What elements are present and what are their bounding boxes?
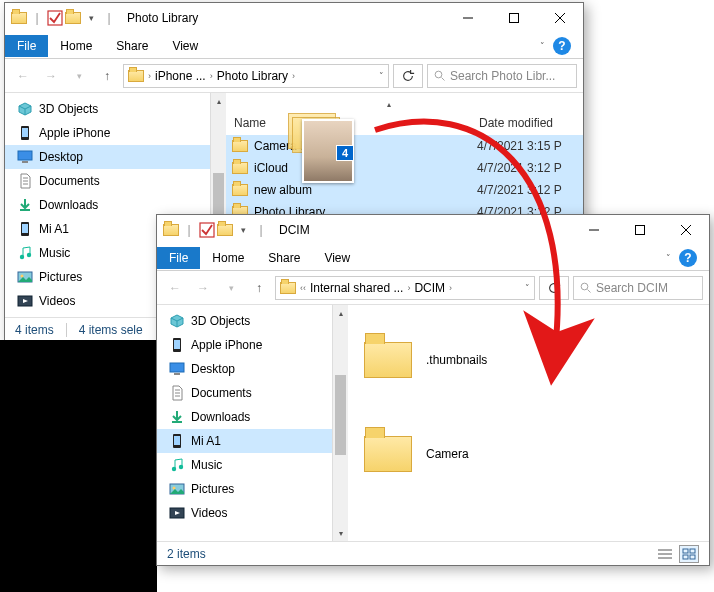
chevron-right-icon[interactable]: ›	[210, 71, 213, 81]
sidebar-item-videos[interactable]: Videos	[157, 501, 332, 525]
recent-locations-button[interactable]: ▾	[67, 64, 91, 88]
sidebar-item-desktop[interactable]: Desktop	[157, 357, 332, 381]
refresh-button[interactable]	[539, 276, 569, 300]
tab-view[interactable]: View	[312, 247, 362, 269]
sidebar-item-label: Apple iPhone	[191, 338, 262, 352]
folder-item-camera[interactable]: Camera	[358, 409, 491, 499]
svg-rect-22	[174, 436, 180, 445]
pictures-icon	[17, 269, 33, 285]
chevron-left-icon[interactable]: ‹‹	[300, 283, 306, 293]
phone-icon	[17, 221, 33, 237]
file-name: new album	[254, 183, 312, 197]
chevron-down-icon[interactable]: ˅	[525, 283, 530, 293]
chevron-right-icon[interactable]: ›	[407, 283, 410, 293]
chevron-right-icon[interactable]: ›	[148, 71, 151, 81]
up-button[interactable]: ↑	[95, 64, 119, 88]
scroll-up-button[interactable]: ▴	[333, 305, 348, 321]
file-row[interactable]: new album 4/7/2021 3:12 P	[226, 179, 583, 201]
file-row[interactable]: Camera Roll 4/7/2021 3:15 P	[226, 135, 583, 157]
sidebar-scrollbar[interactable]: ▴ ▾	[332, 305, 348, 541]
sidebar-item-documents[interactable]: Documents	[5, 169, 210, 193]
help-icon[interactable]: ?	[679, 249, 697, 267]
file-icon-view[interactable]: .thumbnails Camera	[348, 305, 709, 541]
search-input[interactable]: Search Photo Libr...	[427, 64, 577, 88]
sidebar-item-apple-iphone[interactable]: Apple iPhone	[5, 121, 210, 145]
downloads-icon	[169, 409, 185, 425]
tab-view[interactable]: View	[160, 35, 210, 57]
forward-button[interactable]: →	[191, 276, 215, 300]
close-button[interactable]	[537, 3, 583, 33]
sidebar-item-label: Desktop	[191, 362, 235, 376]
music-icon	[17, 245, 33, 261]
breadcrumb-segment[interactable]: DCIM	[414, 281, 445, 295]
refresh-button[interactable]	[393, 64, 423, 88]
address-bar: ← → ▾ ↑ › iPhone ... › Photo Library › ˅…	[5, 59, 583, 93]
file-date: 4/7/2021 3:12 P	[477, 161, 562, 175]
close-button[interactable]	[663, 215, 709, 245]
titlebar[interactable]: | ▾ | DCIM	[157, 215, 709, 245]
forward-button[interactable]: →	[39, 64, 63, 88]
chevron-down-icon[interactable]: ˅	[666, 253, 671, 263]
qat-dropdown-icon[interactable]: ▾	[83, 10, 99, 26]
titlebar[interactable]: | ▾ | Photo Library	[5, 3, 583, 33]
scroll-down-button[interactable]: ▾	[333, 525, 348, 541]
up-button[interactable]: ↑	[247, 276, 271, 300]
breadcrumb[interactable]: ‹‹ Internal shared ... › DCIM › ˅	[275, 276, 535, 300]
qat-dropdown-icon[interactable]: ▾	[235, 222, 251, 238]
videos-icon	[169, 505, 185, 521]
minimize-button[interactable]	[571, 215, 617, 245]
sidebar-item-pictures[interactable]: Pictures	[157, 477, 332, 501]
sidebar-item-apple-iphone[interactable]: Apple iPhone	[157, 333, 332, 357]
tab-share[interactable]: Share	[104, 35, 160, 57]
breadcrumb[interactable]: › iPhone ... › Photo Library › ˅	[123, 64, 389, 88]
chevron-down-icon[interactable]: ˅	[540, 41, 545, 51]
breadcrumb-segment[interactable]: Internal shared ...	[310, 281, 403, 295]
folder-icon	[280, 280, 296, 296]
minimize-button[interactable]	[445, 3, 491, 33]
column-name-label[interactable]: Name	[226, 114, 471, 132]
sidebar-item-3d-objects[interactable]: 3D Objects	[5, 97, 210, 121]
chevron-down-icon[interactable]: ˅	[379, 71, 384, 81]
folder-label: .thumbnails	[422, 353, 491, 367]
sidebar-item-label: Downloads	[191, 410, 250, 424]
file-row[interactable]: iCloud 4/7/2021 3:12 P	[226, 157, 583, 179]
folder-icon	[232, 162, 248, 174]
tab-share[interactable]: Share	[256, 247, 312, 269]
chevron-right-icon[interactable]: ›	[292, 71, 295, 81]
view-details-button[interactable]	[655, 545, 675, 563]
sidebar-item-documents[interactable]: Documents	[157, 381, 332, 405]
tab-home[interactable]: Home	[48, 35, 104, 57]
chevron-right-icon[interactable]: ›	[449, 283, 452, 293]
folder-label: Camera	[422, 447, 473, 461]
view-large-icons-button[interactable]	[679, 545, 699, 563]
phone-icon	[17, 125, 33, 141]
maximize-button[interactable]	[491, 3, 537, 33]
svg-point-24	[179, 465, 183, 469]
sidebar-item-3d-objects[interactable]: 3D Objects	[157, 309, 332, 333]
column-name[interactable]: ▴	[226, 98, 471, 111]
svg-point-26	[173, 487, 176, 490]
back-button[interactable]: ←	[163, 276, 187, 300]
column-date-label[interactable]: Date modified	[471, 114, 583, 132]
checkbox-icon[interactable]	[199, 222, 215, 238]
tab-home[interactable]: Home	[200, 247, 256, 269]
search-input[interactable]: Search DCIM	[573, 276, 703, 300]
folder-item-thumbnails[interactable]: .thumbnails	[358, 315, 491, 405]
breadcrumb-segment[interactable]: iPhone ...	[155, 69, 206, 83]
sidebar-item-mi-a1[interactable]: Mi A1	[157, 429, 332, 453]
back-button[interactable]: ←	[11, 64, 35, 88]
scroll-up-button[interactable]: ▴	[211, 93, 226, 109]
tab-file[interactable]: File	[157, 247, 200, 269]
maximize-button[interactable]	[617, 215, 663, 245]
scroll-thumb[interactable]	[335, 375, 346, 455]
breadcrumb-segment[interactable]: Photo Library	[217, 69, 288, 83]
checkbox-icon[interactable]	[47, 10, 63, 26]
column-date-modified[interactable]	[471, 102, 583, 106]
tab-file[interactable]: File	[5, 35, 48, 57]
sidebar-item-music[interactable]: Music	[157, 453, 332, 477]
sidebar-item-downloads[interactable]: Downloads	[157, 405, 332, 429]
recent-locations-button[interactable]: ▾	[219, 276, 243, 300]
svg-point-9	[20, 255, 24, 259]
help-icon[interactable]: ?	[553, 37, 571, 55]
sidebar-item-desktop[interactable]: Desktop	[5, 145, 210, 169]
